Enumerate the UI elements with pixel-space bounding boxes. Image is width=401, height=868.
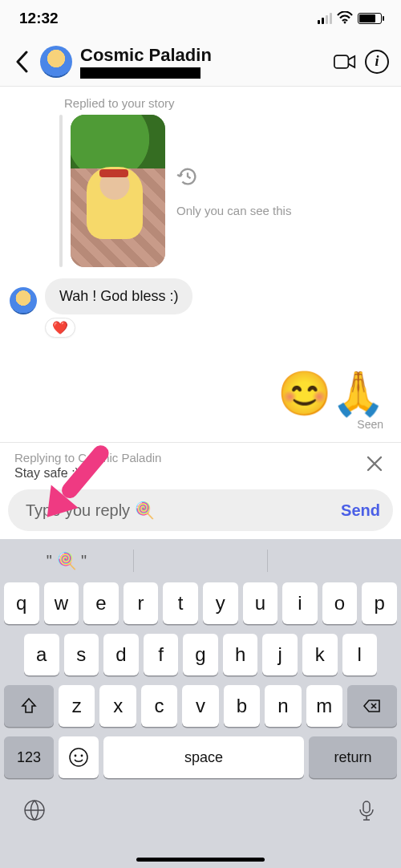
video-call-button[interactable]: [329, 46, 361, 78]
globe-key[interactable]: [22, 798, 47, 825]
key-q[interactable]: q: [4, 582, 39, 624]
chat-header: Cosmic Paladin i: [0, 37, 401, 87]
key-r[interactable]: r: [124, 582, 159, 624]
cellular-icon: [318, 13, 332, 24]
reply-preview-quoted: Stay safe :): [14, 466, 359, 481]
key-j[interactable]: j: [262, 634, 298, 675]
battery-icon: [358, 13, 382, 24]
incoming-message-row: Wah ! God bless :): [10, 278, 391, 314]
svg-point-3: [75, 755, 77, 757]
suggestion-bar: " 🍭 ": [0, 539, 401, 582]
message-reaction[interactable]: ❤️: [45, 318, 75, 338]
message-bubble[interactable]: Wah ! God bless :): [45, 278, 192, 314]
emoji-key[interactable]: [59, 736, 99, 778]
outgoing-emoji-message[interactable]: 😊🙏: [10, 371, 391, 415]
key-b[interactable]: b: [224, 685, 260, 727]
key-y[interactable]: y: [203, 582, 238, 624]
close-reply-button[interactable]: [359, 449, 390, 481]
info-icon: i: [365, 50, 389, 74]
key-f[interactable]: f: [144, 634, 179, 675]
key-w[interactable]: w: [44, 582, 79, 624]
keyboard: " 🍭 " q w e r t y u i o p a s d f g h j …: [0, 539, 401, 868]
chat-area: Replied to your story Only you can see t…: [0, 87, 401, 442]
key-row-bottom: 123 space return: [0, 736, 401, 778]
dictation-key[interactable]: [354, 798, 379, 825]
key-t[interactable]: t: [163, 582, 198, 624]
svg-rect-1: [334, 55, 349, 68]
svg-point-4: [81, 755, 83, 757]
key-m[interactable]: m: [306, 685, 342, 727]
privacy-note: Only you can see this: [176, 204, 291, 217]
svg-point-0: [344, 21, 346, 23]
reply-preview-label: Replying to Cosmic Paladin: [14, 451, 359, 464]
status-right: [318, 11, 382, 26]
redacted-subtitle: [80, 67, 200, 79]
key-k[interactable]: k: [302, 634, 338, 675]
header-title-wrap[interactable]: Cosmic Paladin: [80, 45, 212, 79]
reply-preview: Replying to Cosmic Paladin Stay safe :): [0, 442, 401, 485]
key-h[interactable]: h: [223, 634, 258, 675]
key-i[interactable]: i: [282, 582, 318, 624]
wifi-icon: [337, 11, 353, 26]
back-button[interactable]: [8, 47, 37, 76]
key-d[interactable]: d: [103, 634, 139, 675]
seen-status: Seen: [10, 415, 391, 437]
key-p[interactable]: p: [362, 582, 397, 624]
key-g[interactable]: g: [183, 634, 218, 675]
story-reply-row: Only you can see this: [59, 115, 391, 267]
key-u[interactable]: u: [243, 582, 278, 624]
return-key[interactable]: return: [309, 736, 397, 778]
history-icon: [176, 165, 199, 188]
svg-point-2: [70, 748, 87, 766]
avatar[interactable]: [40, 46, 72, 78]
key-z[interactable]: z: [59, 685, 95, 727]
numbers-key[interactable]: 123: [4, 736, 54, 778]
key-o[interactable]: o: [322, 582, 358, 624]
key-n[interactable]: n: [265, 685, 301, 727]
home-indicator[interactable]: [136, 858, 265, 862]
key-x[interactable]: x: [99, 685, 136, 727]
key-e[interactable]: e: [83, 582, 119, 624]
key-v[interactable]: v: [182, 685, 218, 727]
backspace-key[interactable]: [347, 685, 397, 727]
status-bar: 12:32: [0, 0, 401, 37]
key-row-3: z x c v b n m: [0, 685, 401, 727]
key-l[interactable]: l: [342, 634, 378, 675]
status-time: 12:32: [19, 10, 59, 27]
key-a[interactable]: a: [24, 634, 59, 675]
avatar-small[interactable]: [10, 287, 37, 314]
story-quote-bar: [59, 115, 63, 267]
space-key[interactable]: space: [103, 736, 304, 778]
suggestion-1[interactable]: " 🍭 ": [0, 551, 133, 570]
key-c[interactable]: c: [141, 685, 177, 727]
shift-key[interactable]: [4, 685, 54, 727]
replied-to-story-label: Replied to your story: [64, 96, 391, 110]
key-row-2: a s d f g h j k l: [0, 634, 401, 675]
keyboard-dock: [0, 786, 401, 838]
story-thumbnail[interactable]: [71, 115, 165, 267]
chat-name: Cosmic Paladin: [80, 45, 212, 66]
key-s[interactable]: s: [64, 634, 99, 675]
svg-rect-6: [363, 801, 370, 813]
key-row-1: q w e r t y u i o p: [0, 582, 401, 624]
info-button[interactable]: i: [361, 46, 393, 78]
send-button[interactable]: Send: [341, 501, 380, 520]
